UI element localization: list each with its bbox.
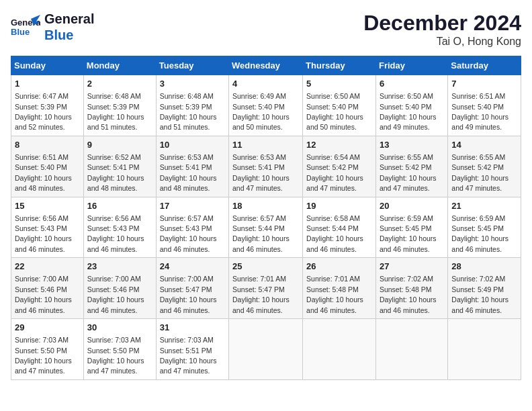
day-number: 12 [306,139,372,151]
day-info: Sunrise: 6:48 AMSunset: 5:39 PMDaylight:… [160,92,217,131]
day-info: Sunrise: 6:54 AMSunset: 5:42 PMDaylight:… [306,153,363,192]
day-number: 3 [160,78,225,90]
day-number: 29 [15,322,80,334]
calendar-cell: 8Sunrise: 6:51 AMSunset: 5:40 PMDaylight… [11,136,84,197]
location-subtitle: Tai O, Hong Kong [363,36,521,48]
calendar-cell: 9Sunrise: 6:52 AMSunset: 5:41 PMDaylight… [83,136,156,197]
calendar-cell: 2Sunrise: 6:48 AMSunset: 5:39 PMDaylight… [83,75,156,136]
calendar-week-row: 22Sunrise: 7:00 AMSunset: 5:46 PMDayligh… [11,258,521,319]
day-number: 19 [306,200,372,212]
calendar-week-row: 1Sunrise: 6:47 AMSunset: 5:39 PMDaylight… [11,75,521,136]
calendar-cell: 24Sunrise: 7:00 AMSunset: 5:47 PMDayligh… [156,258,228,319]
calendar-cell [229,319,303,380]
day-info: Sunrise: 6:56 AMSunset: 5:43 PMDaylight:… [15,214,72,253]
day-number: 25 [232,261,299,273]
day-number: 21 [451,200,517,212]
calendar-table: SundayMondayTuesdayWednesdayThursdayFrid… [11,56,521,380]
day-info: Sunrise: 7:03 AMSunset: 5:50 PMDaylight:… [15,336,72,375]
day-number: 13 [380,139,444,151]
calendar-cell: 15Sunrise: 6:56 AMSunset: 5:43 PMDayligh… [11,197,84,258]
day-number: 16 [87,200,152,212]
calendar-cell: 11Sunrise: 6:53 AMSunset: 5:41 PMDayligh… [229,136,303,197]
day-info: Sunrise: 6:53 AMSunset: 5:41 PMDaylight:… [232,153,290,192]
day-info: Sunrise: 7:01 AMSunset: 5:48 PMDaylight:… [306,275,363,314]
calendar-cell: 7Sunrise: 6:51 AMSunset: 5:40 PMDaylight… [448,75,521,136]
day-number: 5 [306,78,372,90]
day-number: 31 [160,322,225,334]
calendar-cell [375,319,447,380]
day-info: Sunrise: 6:57 AMSunset: 5:43 PMDaylight:… [160,214,217,253]
day-info: Sunrise: 7:03 AMSunset: 5:51 PMDaylight:… [160,336,217,375]
day-number: 9 [87,139,152,151]
day-info: Sunrise: 6:55 AMSunset: 5:42 PMDaylight:… [380,153,437,192]
day-info: Sunrise: 6:51 AMSunset: 5:40 PMDaylight:… [451,92,508,131]
calendar-cell: 16Sunrise: 6:56 AMSunset: 5:43 PMDayligh… [83,197,156,258]
day-number: 20 [380,200,444,212]
day-info: Sunrise: 6:57 AMSunset: 5:44 PMDaylight:… [232,214,290,253]
day-number: 6 [380,78,444,90]
weekday-header-wednesday: Wednesday [229,56,303,75]
day-number: 10 [160,139,225,151]
calendar-cell: 13Sunrise: 6:55 AMSunset: 5:42 PMDayligh… [375,136,447,197]
calendar-cell: 3Sunrise: 6:48 AMSunset: 5:39 PMDaylight… [156,75,228,136]
calendar-cell: 28Sunrise: 7:02 AMSunset: 5:49 PMDayligh… [448,258,521,319]
day-info: Sunrise: 7:00 AMSunset: 5:46 PMDaylight:… [15,275,72,314]
day-info: Sunrise: 7:01 AMSunset: 5:47 PMDaylight:… [232,275,290,314]
calendar-cell: 1Sunrise: 6:47 AMSunset: 5:39 PMDaylight… [11,75,84,136]
day-number: 26 [306,261,372,273]
calendar-cell [448,319,521,380]
day-info: Sunrise: 6:48 AMSunset: 5:39 PMDaylight:… [87,92,144,131]
day-info: Sunrise: 7:02 AMSunset: 5:48 PMDaylight:… [380,275,437,314]
calendar-cell: 18Sunrise: 6:57 AMSunset: 5:44 PMDayligh… [229,197,303,258]
calendar-cell: 29Sunrise: 7:03 AMSunset: 5:50 PMDayligh… [11,319,84,380]
calendar-cell: 23Sunrise: 7:00 AMSunset: 5:46 PMDayligh… [83,258,156,319]
day-info: Sunrise: 6:47 AMSunset: 5:39 PMDaylight:… [15,92,72,131]
day-info: Sunrise: 7:03 AMSunset: 5:50 PMDaylight:… [87,336,144,375]
calendar-cell: 27Sunrise: 7:02 AMSunset: 5:48 PMDayligh… [375,258,447,319]
day-number: 11 [232,139,299,151]
day-number: 17 [160,200,225,212]
day-info: Sunrise: 6:59 AMSunset: 5:45 PMDaylight:… [451,214,508,253]
calendar-week-row: 15Sunrise: 6:56 AMSunset: 5:43 PMDayligh… [11,197,521,258]
calendar-cell: 4Sunrise: 6:49 AMSunset: 5:40 PMDaylight… [229,75,303,136]
logo-icon: General Blue [11,12,40,42]
calendar-week-row: 8Sunrise: 6:51 AMSunset: 5:40 PMDaylight… [11,136,521,197]
svg-text:Blue: Blue [11,27,30,37]
day-number: 14 [451,139,517,151]
weekday-header-sunday: Sunday [11,56,84,75]
calendar-cell: 5Sunrise: 6:50 AMSunset: 5:40 PMDaylight… [303,75,376,136]
day-number: 30 [87,322,152,334]
calendar-cell: 10Sunrise: 6:53 AMSunset: 5:41 PMDayligh… [156,136,228,197]
page-header: General Blue General Blue December 2024 … [11,11,521,48]
day-info: Sunrise: 6:59 AMSunset: 5:45 PMDaylight:… [380,214,437,253]
day-number: 22 [15,261,80,273]
calendar-cell: 14Sunrise: 6:55 AMSunset: 5:42 PMDayligh… [448,136,521,197]
day-info: Sunrise: 6:52 AMSunset: 5:41 PMDaylight:… [87,153,144,192]
weekday-header-friday: Friday [375,56,447,75]
day-info: Sunrise: 6:55 AMSunset: 5:42 PMDaylight:… [451,153,508,192]
title-block: December 2024 Tai O, Hong Kong [363,11,521,48]
calendar-cell: 26Sunrise: 7:01 AMSunset: 5:48 PMDayligh… [303,258,376,319]
day-info: Sunrise: 6:49 AMSunset: 5:40 PMDaylight:… [232,92,290,131]
calendar-cell: 19Sunrise: 6:58 AMSunset: 5:44 PMDayligh… [303,197,376,258]
day-info: Sunrise: 6:51 AMSunset: 5:40 PMDaylight:… [15,153,72,192]
weekday-header-monday: Monday [83,56,156,75]
logo: General Blue General Blue [11,11,94,43]
day-info: Sunrise: 6:50 AMSunset: 5:40 PMDaylight:… [380,92,437,131]
day-info: Sunrise: 6:56 AMSunset: 5:43 PMDaylight:… [87,214,144,253]
calendar-cell: 21Sunrise: 6:59 AMSunset: 5:45 PMDayligh… [448,197,521,258]
day-number: 28 [451,261,517,273]
day-info: Sunrise: 7:00 AMSunset: 5:47 PMDaylight:… [160,275,217,314]
day-number: 1 [15,78,80,90]
calendar-cell: 31Sunrise: 7:03 AMSunset: 5:51 PMDayligh… [156,319,228,380]
month-year-title: December 2024 [363,11,521,36]
day-number: 8 [15,139,80,151]
calendar-cell: 25Sunrise: 7:01 AMSunset: 5:47 PMDayligh… [229,258,303,319]
calendar-cell: 30Sunrise: 7:03 AMSunset: 5:50 PMDayligh… [83,319,156,380]
day-number: 7 [451,78,517,90]
day-info: Sunrise: 6:58 AMSunset: 5:44 PMDaylight:… [306,214,363,253]
weekday-header-saturday: Saturday [448,56,521,75]
calendar-cell: 12Sunrise: 6:54 AMSunset: 5:42 PMDayligh… [303,136,376,197]
logo-text-blue: Blue [44,27,94,43]
day-number: 23 [87,261,152,273]
